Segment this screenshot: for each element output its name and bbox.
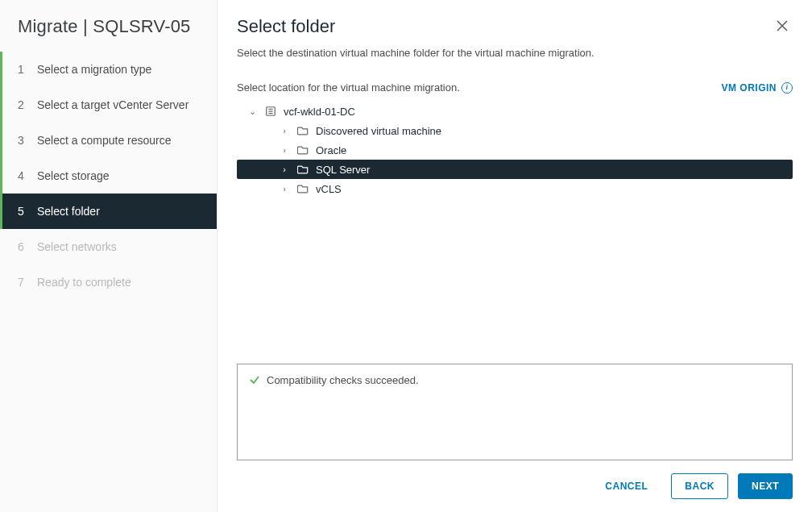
next-button[interactable]: NEXT (738, 473, 793, 499)
wizard-step-5[interactable]: 5Select folder (0, 194, 217, 229)
tree-node-folder[interactable]: ›Oracle (237, 140, 793, 160)
step-label: Select folder (37, 205, 100, 218)
wizard-step-3[interactable]: 3Select a compute resource (0, 123, 217, 158)
wizard-sidebar: Migrate | SQLSRV-05 1Select a migration … (0, 0, 218, 512)
chevron-right-icon: › (279, 164, 290, 174)
step-number: 4 (18, 169, 26, 182)
wizard-title: Migrate | SQLSRV-05 (0, 0, 217, 52)
folder-tree: ⌄vcf-wkld-01-DC›Discovered virtual machi… (237, 102, 793, 198)
main-header: Select folder (237, 16, 793, 37)
step-label: Ready to complete (37, 276, 131, 289)
chevron-right-icon: › (279, 184, 290, 194)
close-icon (777, 20, 788, 31)
wizard-step-6: 6Select networks (0, 229, 217, 264)
cancel-button[interactable]: CANCEL (591, 473, 661, 499)
info-icon: i (781, 82, 793, 94)
step-label: Select storage (37, 169, 110, 182)
wizard-step-2[interactable]: 2Select a target vCenter Server (0, 87, 217, 123)
close-button[interactable] (772, 16, 793, 35)
wizard-step-4[interactable]: 4Select storage (0, 158, 217, 194)
tree-node-label: SQL Server (316, 164, 370, 176)
wizard-main: Select folder Select the destination vir… (218, 0, 812, 512)
wizard-step-1[interactable]: 1Select a migration type (0, 52, 217, 87)
tree-node-label: vCLS (316, 183, 342, 195)
chevron-right-icon: › (279, 145, 290, 155)
tree-node-label: Oracle (316, 144, 346, 156)
datacenter-icon (264, 105, 277, 118)
tree-node-folder[interactable]: ›vCLS (237, 179, 793, 198)
location-instruction: Select location for the virtual machine … (237, 81, 460, 94)
check-icon (249, 374, 260, 385)
tree-node-root[interactable]: ⌄vcf-wkld-01-DC (237, 102, 793, 121)
step-number: 5 (18, 205, 26, 218)
folder-icon (296, 144, 309, 156)
page-title: Select folder (237, 16, 335, 37)
wizard-step-7: 7Ready to complete (0, 264, 217, 300)
step-number: 3 (18, 134, 26, 147)
folder-icon (296, 182, 309, 195)
tree-node-label: vcf-wkld-01-DC (284, 106, 355, 118)
step-label: Select a migration type (37, 63, 151, 76)
migration-wizard: Migrate | SQLSRV-05 1Select a migration … (0, 0, 812, 512)
location-row: Select location for the virtual machine … (237, 81, 793, 94)
step-number: 1 (18, 63, 26, 76)
vm-origin-label: VM ORIGIN (721, 82, 777, 94)
chevron-right-icon: › (279, 126, 290, 135)
tree-node-label: Discovered virtual machine (316, 125, 441, 137)
compatibility-box: Compatibility checks succeeded. (237, 364, 793, 460)
wizard-steps: 1Select a migration type2Select a target… (0, 52, 217, 300)
step-label: Select networks (37, 240, 117, 253)
step-number: 7 (18, 276, 26, 289)
compatibility-message: Compatibility checks succeeded. (267, 374, 419, 386)
step-number: 2 (18, 98, 26, 111)
step-label: Select a target vCenter Server (37, 98, 188, 111)
vm-origin-link[interactable]: VM ORIGIN i (721, 82, 793, 94)
step-number: 6 (18, 240, 26, 253)
step-label: Select a compute resource (37, 134, 172, 147)
wizard-footer: CANCEL BACK NEXT (237, 460, 793, 499)
chevron-down-icon: ⌄ (246, 106, 258, 117)
tree-node-folder[interactable]: ›Discovered virtual machine (237, 121, 793, 140)
folder-icon (296, 124, 309, 137)
back-button[interactable]: BACK (671, 473, 728, 499)
tree-node-folder[interactable]: ›SQL Server (237, 160, 793, 179)
page-subtitle: Select the destination virtual machine f… (237, 47, 793, 59)
folder-icon (296, 163, 309, 176)
